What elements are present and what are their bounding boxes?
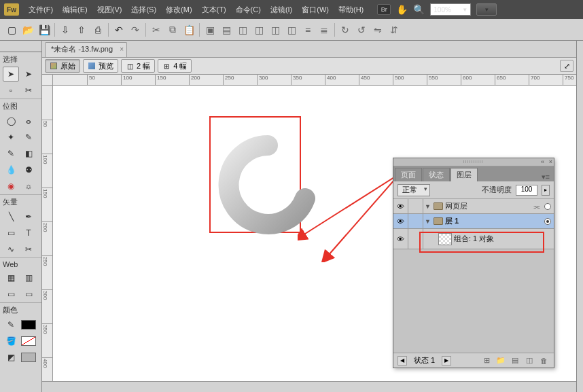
menu-help[interactable]: 帮助(H) [334, 3, 368, 17]
hide-slice-tool[interactable]: ▭ [3, 287, 19, 302]
copy-button[interactable]: ⧉ [165, 22, 180, 37]
stroke-swatch[interactable] [20, 317, 37, 332]
swap-colors[interactable] [20, 350, 37, 365]
help-dropdown[interactable]: ▾ [476, 3, 497, 16]
crop-tool[interactable]: ✂ [20, 83, 37, 98]
tab-layers[interactable]: 图层 [450, 168, 478, 181]
delete-layer-button[interactable]: 🗑 [537, 355, 550, 366]
expand-button[interactable]: ⤢ [560, 60, 573, 72]
flip-h-button[interactable]: ⇋ [370, 22, 385, 37]
active-layer-radio[interactable] [544, 218, 551, 225]
rect-tool[interactable]: ▭ [3, 226, 19, 240]
menu-commands[interactable]: 命令(C) [232, 3, 265, 17]
cut-button[interactable]: ✂ [149, 22, 164, 37]
line-tool[interactable]: ╲ [3, 209, 19, 224]
fill-swatch[interactable] [20, 334, 37, 349]
tab-states[interactable]: 状态 [423, 168, 450, 181]
new-sublayer-button[interactable]: ⊞ [480, 355, 493, 366]
brush-tool[interactable]: ✎ [20, 130, 37, 145]
lasso-tool[interactable]: ⴰ [20, 113, 37, 128]
opacity-slider-button[interactable]: ▸ [542, 185, 550, 196]
panel-drag-handle[interactable]: « × [393, 158, 554, 166]
hand-icon[interactable]: ✋ [396, 4, 408, 15]
menu-select[interactable]: 选择(S) [127, 3, 160, 17]
next-state-button[interactable]: ▶ [442, 356, 451, 366]
export-button[interactable]: ⇧ [74, 22, 89, 37]
canvas-object[interactable] [213, 130, 322, 239]
layer-row-layer1[interactable]: 👁 ▼ 层 1 [393, 214, 554, 229]
eraser-tool[interactable]: ◧ [20, 146, 37, 161]
menu-text[interactable]: 文本(T) [198, 3, 230, 17]
horizontal-scrollbar[interactable] [42, 381, 576, 392]
menu-window[interactable]: 窗口(W) [298, 3, 333, 17]
text-tool[interactable]: T [20, 226, 37, 240]
expand-toggle-icon[interactable]: ▼ [425, 203, 431, 210]
paste-button[interactable]: 📋 [181, 22, 196, 37]
panel-collapse-icon[interactable]: « [541, 158, 544, 165]
flip-v-button[interactable]: ⇵ [387, 22, 402, 37]
close-tab-icon[interactable]: × [120, 46, 124, 53]
view-original-button[interactable]: 原始 [45, 59, 80, 73]
pointer-tool[interactable]: ➤ [3, 67, 19, 82]
visibility-toggle[interactable]: 👁 [393, 229, 408, 249]
save-button[interactable]: 💾 [37, 22, 52, 37]
fill-color-tool[interactable]: 🪣 [3, 334, 19, 349]
redeye-tool[interactable]: ◉ [3, 179, 19, 194]
blend-mode-select[interactable]: 正常 [398, 184, 430, 196]
scale-tool[interactable]: ▫ [3, 83, 19, 98]
new-bitmap-button[interactable]: ◫ [523, 355, 535, 366]
lock-cell[interactable] [408, 199, 423, 213]
layer-row-web[interactable]: 👁 ▼ 网页层 ⫘ [393, 199, 554, 214]
menu-edit[interactable]: 编辑(E) [58, 3, 92, 17]
back-button[interactable]: ◫ [251, 22, 266, 37]
opacity-input[interactable]: 100 [516, 185, 537, 196]
hotspot-tool[interactable]: ▦ [3, 270, 19, 285]
stamp-tool[interactable]: ⚉ [20, 162, 37, 177]
prev-state-button[interactable]: ◀ [398, 356, 407, 366]
pencil-tool[interactable]: ✎ [3, 146, 19, 161]
default-colors[interactable]: ◩ [3, 350, 19, 365]
knife-tool[interactable]: ✂ [20, 242, 37, 257]
right-dock-strip[interactable] [576, 41, 583, 392]
zoom-select[interactable]: 100%▼ [430, 3, 471, 16]
rotate-ccw-button[interactable]: ↺ [354, 22, 369, 37]
marquee-tool[interactable]: ◯ [3, 113, 19, 128]
wand-tool[interactable]: ✦ [3, 130, 19, 145]
menu-view[interactable]: 视图(V) [93, 3, 126, 17]
panel-menu-icon[interactable]: ▾≡ [542, 173, 552, 181]
view-2up-button[interactable]: ◫2 幅 [121, 59, 155, 73]
redo-button[interactable]: ↷ [128, 22, 143, 37]
undo-button[interactable]: ↶ [111, 22, 126, 37]
new-button[interactable]: ▢ [4, 22, 19, 37]
import-button[interactable]: ⇩ [58, 22, 73, 37]
group-button[interactable]: ▣ [202, 22, 217, 37]
pen-tool[interactable]: ✒ [20, 209, 37, 224]
active-layer-radio[interactable] [544, 203, 551, 210]
backward-button[interactable]: ◫ [284, 22, 299, 37]
freeform-tool[interactable]: ∿ [3, 242, 19, 257]
visibility-toggle[interactable]: 👁 [393, 199, 408, 213]
print-button[interactable]: ⎙ [90, 22, 105, 37]
front-button[interactable]: ◫ [235, 22, 250, 37]
forward-button[interactable]: ◫ [268, 22, 283, 37]
lock-cell[interactable] [408, 214, 423, 228]
distribute-button[interactable]: ≣ [317, 22, 332, 37]
new-layer-button[interactable]: ▤ [509, 355, 521, 366]
menu-modify[interactable]: 修改(M) [162, 3, 196, 17]
align-button[interactable]: ≡ [300, 22, 315, 37]
dodge-tool[interactable]: ☼ [20, 179, 37, 194]
new-folder-button[interactable]: 📁 [495, 355, 507, 366]
subselect-tool[interactable]: ➤ [20, 67, 37, 82]
slice-tool[interactable]: ▥ [20, 270, 37, 285]
rotate-cw-button[interactable]: ↻ [338, 22, 353, 37]
expand-toggle-icon[interactable]: ▼ [425, 218, 431, 225]
view-preview-button[interactable]: 预览 [83, 59, 118, 73]
tab-pages[interactable]: 页面 [395, 168, 422, 181]
stroke-color-tool[interactable]: ✎ [3, 317, 19, 332]
share-icon[interactable]: ⫘ [533, 202, 540, 211]
show-slice-tool[interactable]: ▭ [20, 287, 37, 302]
ungroup-button[interactable]: ▤ [219, 22, 234, 37]
open-button[interactable]: 📂 [20, 22, 35, 37]
search-icon[interactable]: 🔍 [413, 4, 425, 15]
blur-tool[interactable]: 💧 [3, 162, 19, 177]
